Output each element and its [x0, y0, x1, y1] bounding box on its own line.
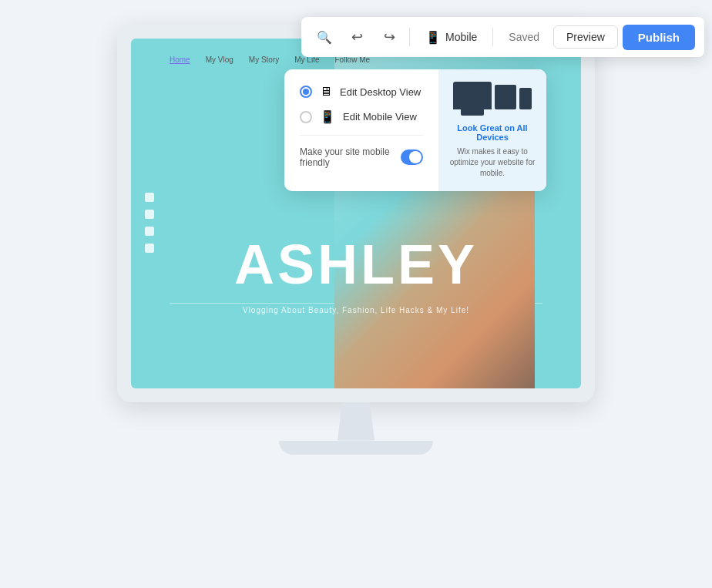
- mobile-device-icon: 📱: [320, 109, 335, 124]
- redo-icon: ↪: [384, 29, 395, 45]
- dropdown-panel: 🖥 Edit Desktop View 📱 Edit Mobile View M…: [284, 69, 546, 191]
- mobile-icon: 📱: [425, 30, 441, 45]
- promo-title: Look Great on All Devices: [448, 123, 537, 142]
- mobile-toggle-row: Make your site mobile friendly: [300, 146, 423, 168]
- dropdown-right-panel: Look Great on All Devices Wix makes it e…: [438, 69, 546, 191]
- social-icon-1: [145, 193, 154, 202]
- undo-icon: ↩: [351, 29, 363, 45]
- saved-button[interactable]: Saved: [499, 26, 549, 48]
- toolbar-divider-1: [409, 28, 410, 46]
- undo-button[interactable]: ↩: [343, 23, 371, 51]
- zoom-icon: 🔍: [317, 30, 332, 45]
- nav-story: My Story: [249, 55, 279, 64]
- preview-button[interactable]: Preview: [553, 25, 618, 49]
- mobile-friendly-toggle[interactable]: [401, 150, 423, 165]
- dropdown-left: 🖥 Edit Desktop View 📱 Edit Mobile View M…: [284, 69, 438, 191]
- promo-desc: Wix makes it easy to optimize your websi…: [448, 146, 537, 179]
- mobile-toggle-label: Make your site mobile friendly: [300, 146, 393, 168]
- mobile-radio[interactable]: [300, 111, 312, 123]
- mobile-label: Mobile: [445, 31, 477, 43]
- devices-graphic: [453, 82, 532, 109]
- monitor-stand-base: [279, 441, 433, 455]
- publish-button[interactable]: Publish: [623, 25, 695, 50]
- desktop-option-label: Edit Desktop View: [340, 86, 421, 98]
- graphic-tablet: [495, 85, 516, 109]
- toolbar-divider-2: [492, 28, 493, 46]
- mobile-option-label: Edit Mobile View: [343, 111, 417, 123]
- redo-button[interactable]: ↪: [375, 23, 403, 51]
- social-icon-2: [145, 210, 154, 219]
- site-subtitle: Vlogging About Beauty, Fashion, Life Hac…: [131, 306, 581, 314]
- nav-home: Home: [170, 55, 190, 64]
- nav-vlog: My Vlog: [206, 55, 233, 64]
- dropdown-divider: [300, 135, 423, 136]
- graphic-desktop: [453, 82, 492, 109]
- toolbar: 🔍 ↩ ↪ 📱 Mobile Saved Preview Publish: [301, 17, 704, 57]
- zoom-button[interactable]: 🔍: [311, 23, 338, 51]
- graphic-phone: [519, 88, 532, 109]
- mobile-view-button[interactable]: 📱 Mobile: [416, 25, 486, 49]
- desktop-option[interactable]: 🖥 Edit Desktop View: [300, 85, 423, 99]
- mobile-option[interactable]: 📱 Edit Mobile View: [300, 109, 423, 124]
- desktop-device-icon: 🖥: [320, 85, 332, 99]
- desktop-radio[interactable]: [300, 86, 312, 98]
- site-title: ASHLEY: [131, 233, 581, 296]
- monitor-stand-neck: [333, 402, 379, 441]
